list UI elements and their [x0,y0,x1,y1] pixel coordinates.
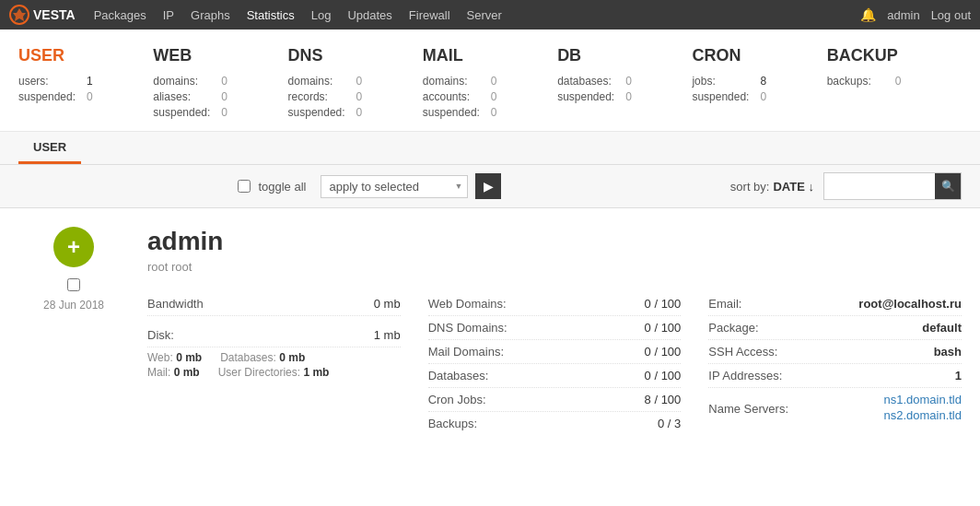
toggle-all-checkbox[interactable] [238,180,251,193]
search-button[interactable]: 🔍 [935,173,961,199]
mail-domains-col2-label: Mail Domains: [428,345,504,359]
ip-label: IP Addresses: [708,369,782,382]
package-label: Package: [708,321,758,335]
logo-text: VESTA [33,7,76,22]
detail-col-1: Bandwidth 0 mb Disk: 1 mb Web: 0 mb Data… [147,292,401,435]
search-input[interactable] [824,176,935,197]
mail-accounts-value: 0 [491,90,497,103]
ssh-row: SSH Access: bash [708,340,962,364]
toggle-all-label: toggle all [258,180,306,194]
backups-value: 0 / 3 [658,417,681,430]
package-row: Package: default [708,316,962,340]
databases-col2-row: Databases: 0 / 100 [428,364,682,388]
user-stat-suspended: suspended: 0 [18,90,139,103]
cron-jobs-label: jobs: [692,75,756,88]
nav-updates[interactable]: Updates [347,8,391,22]
stats-bar: USER users: 1 suspended: 0 WEB domains: … [0,29,980,132]
dns-records-label: records: [288,90,353,103]
svg-marker-1 [13,8,26,21]
bandwidth-value: 0 mb [374,297,401,311]
vesta-logo-icon [9,5,29,25]
backups-label: Backups: [428,417,477,430]
nameserver2: ns2.domain.tld [883,408,962,422]
web-domains-col2-label: Web Domains: [428,297,507,311]
nav-server[interactable]: Server [467,8,502,22]
nameservers-row: Name Servers: ns1.domain.tld ns2.domain.… [708,388,962,429]
db-databases-value: 0 [625,75,632,88]
user-select-checkbox[interactable] [67,278,80,291]
nav-ip[interactable]: IP [163,8,174,22]
nav-log[interactable]: Log [311,8,332,22]
tab-bar: USER [0,132,980,165]
mail-title: MAIL [423,46,543,65]
logo[interactable]: VESTA [9,5,76,25]
nameserver1: ns1.domain.tld [883,393,962,406]
toolbar-controls: toggle all apply to selected suspend del… [18,173,721,199]
users-value: 1 [87,75,93,88]
dns-records-value: 0 [356,90,363,103]
sort-section: sort by: DATE ↓ [730,180,814,194]
arrow-icon: ▶ [484,179,494,194]
mail-suspended-label: suspended: [423,106,487,119]
dns-domains-value: 0 [356,75,363,88]
bandwidth-label: Bandwidth [147,297,204,311]
tab-user[interactable]: USER [18,133,81,164]
dns-suspended-label: suspended: [288,106,353,119]
package-value: default [922,321,962,335]
db-suspended-label: suspended: [557,90,622,103]
stats-db: DB databases: 0 suspended: 0 [557,46,692,122]
logout-link[interactable]: Log out [931,8,971,22]
stats-dns: DNS domains: 0 records: 0 suspended: 0 [288,46,423,122]
nav-firewall[interactable]: Firewall [409,8,450,22]
mail-domains-col2-value: 0 / 100 [645,345,682,359]
nav-statistics[interactable]: Statistics [247,8,295,22]
admin-link[interactable]: admin [887,8,919,22]
mail-domains-row: Mail Domains: 0 / 100 [428,340,682,364]
disk-sub-row: Web: 0 mb Databases: 0 mb [147,351,401,364]
detail-col-2: Web Domains: 0 / 100 DNS Domains: 0 / 10… [428,292,682,435]
ssh-value: bash [934,345,962,359]
web-suspended-value: 0 [221,106,228,119]
user-stat-users: users: 1 [18,75,139,88]
stats-backup: BACKUP backups: 0 [827,46,962,122]
mail-suspended-value: 0 [491,106,497,119]
users-label: users: [18,75,83,88]
cron-jobs-row: Cron Jobs: 8 / 100 [428,388,682,412]
search-icon: 🔍 [941,180,955,193]
dns-domains-col2-value: 0 / 100 [645,321,682,335]
apply-select[interactable]: apply to selected suspend delete [321,175,468,198]
db-title: DB [557,46,678,65]
backup-backups-value: 0 [895,75,902,88]
mail-accounts-label: accounts: [423,90,487,103]
web-title: WEB [153,46,274,65]
toolbar: toggle all apply to selected suspend del… [0,165,980,208]
backups-row: Backups: 0 / 3 [428,412,682,435]
dns-domains-col2-label: DNS Domains: [428,321,508,335]
web-aliases-value: 0 [221,90,228,103]
nav-graphs[interactable]: Graphs [191,8,230,22]
suspended-value: 0 [87,90,93,103]
dns-title: DNS [288,46,409,65]
dns-suspended-value: 0 [356,106,363,119]
nav-packages[interactable]: Packages [94,8,146,22]
apply-select-wrapper: apply to selected suspend delete [321,175,468,198]
stats-mail: MAIL domains: 0 accounts: 0 suspended: 0 [423,46,557,122]
mail-domains-value: 0 [491,75,497,88]
ip-row: IP Addresses: 1 [708,364,962,388]
cron-jobs-col2-label: Cron Jobs: [428,393,486,406]
web-domains-row: Web Domains: 0 / 100 [428,292,682,316]
top-navigation: VESTA Packages IP Graphs Statistics Log … [0,0,980,29]
add-user-button[interactable]: + [53,227,94,267]
sort-value[interactable]: DATE ↓ [773,180,814,194]
user-date: 28 Jun 2018 [43,299,104,312]
disk-sub-row2: Mail: 0 mb User Directories: 1 mb [147,366,401,379]
db-suspended-value: 0 [625,90,632,103]
disk-label: Disk: [147,328,174,342]
stats-web: WEB domains: 0 aliases: 0 suspended: 0 [153,46,287,122]
user-title: USER [18,46,139,65]
web-domains-value: 0 [221,75,228,88]
web-aliases-label: aliases: [153,90,217,103]
apply-button[interactable]: ▶ [475,173,501,199]
username-heading[interactable]: admin [147,227,962,256]
stats-cron: CRON jobs: 8 suspended: 0 [692,46,826,122]
